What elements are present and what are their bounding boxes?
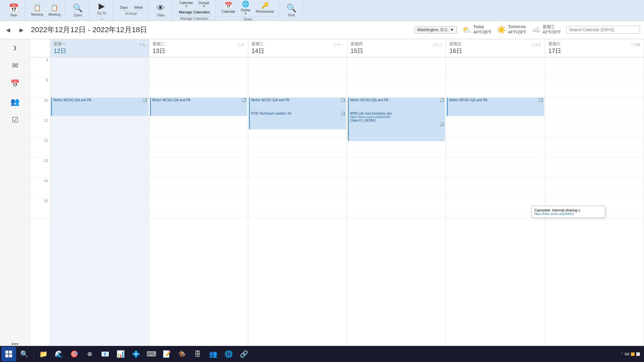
location-button[interactable]: Washington, D.C. ▼ [414,26,457,34]
groups-button[interactable]: Groups ▼ [197,0,212,8]
network-button[interactable]: 🔗 [236,347,251,361]
week-button[interactable]: Week [132,5,145,10]
nav-prev-button[interactable]: ◀ [4,26,12,34]
outlook-button[interactable]: 📧 [98,347,112,361]
meeting-icon: 📋 [34,4,41,11]
main-layout: ❯ ✉ 📅 👥 ☑ ••• 星期一 十九 12日 星期二 二十 [0,39,644,351]
file-explorer-button[interactable]: 📁 [36,347,51,361]
db-button[interactable]: 🗄 [190,347,205,361]
hour-13-mon [50,158,149,178]
find-icon: 🔍 [286,3,297,13]
day-col-thu: Melior WCAS iQA and PA 🔄 BPM Lite core f… [347,57,446,351]
zoom-button[interactable]: 🔍 Zoom [69,2,86,18]
canceled-tooltip: Canceled: Internal sharing c https://hsb… [531,206,605,218]
nav-next-button[interactable]: ▶ [17,26,25,34]
hour-15-mon [50,198,149,218]
browser-ext-button[interactable]: 🌊 [51,347,66,361]
day-headers: 星期一 十九 12日 星期二 二十 13日 星期三 二十一 14日 星期四 二十… [30,39,644,57]
calendar-dropdown-icon: ▼ [185,5,187,8]
manage-calendars-button[interactable]: Manage Calendars [176,9,213,15]
location-label: Washington, D.C. [417,27,449,32]
view-button[interactable]: 👁 View [152,2,169,18]
hour-12-fri [446,138,545,158]
melior-event-tue[interactable]: Melior WCAS iQA and PA 🔄 [150,98,247,116]
excel-button[interactable]: 📊 [113,347,128,361]
hour-12-wed [248,138,347,158]
tomorrow-temp: 44°F/29°F [508,30,526,35]
hour-14-sat [545,178,644,198]
hour-8-sat [545,57,644,77]
rider-button[interactable]: 🏇 [175,347,190,361]
dart-button[interactable]: 🎯 [67,347,82,361]
days-button[interactable]: Days [117,5,130,10]
sidebar-item-mail[interactable]: ✉ [5,57,25,74]
taskbar-up-arrow[interactable]: ⌃ [621,352,623,356]
ribbon-goto-group: ▶ Go To ⤢ [91,0,113,20]
goto-button[interactable]: ▶ Go To [93,0,110,16]
taskbar-network-icon: 📶 [631,352,635,356]
lunar-wed: 二十一 [333,43,343,47]
new-button[interactable]: 📅 New [5,2,22,18]
word-button[interactable]: 📝 [159,347,174,361]
hour-10-wed: Melior WCAS iQA and PA 🔄 POD Technical L… [248,98,347,118]
sidebar-item-tasks[interactable]: ☑ [5,112,25,128]
chrome-button[interactable]: ⊕ [82,347,97,361]
online-button[interactable]: 🌐 Online ▼ [239,0,253,16]
hour-11-fri [446,118,545,138]
goto-icon: ▶ [99,1,105,11]
left-sidebar: ❯ ✉ 📅 👥 ☑ ••• [0,39,30,351]
find-button[interactable]: 🔍 Find [283,2,300,18]
hour-12-sat [545,138,644,158]
permissions-button[interactable]: 🔑 Permissions [254,1,276,14]
calendar-ribbon-button[interactable]: Calendar ▼ [177,0,195,8]
view-label: View [157,13,164,17]
melior-event-mon[interactable]: Melior WCAS iQA and PA 🔄 [51,98,148,116]
day-num-thu: 15日 [351,47,442,55]
time-slot-9: 9 [30,77,50,98]
browser2-button[interactable]: 🌐 [221,347,236,361]
online-dropdown-icon: ▼ [244,12,247,15]
melior-event-fri[interactable]: Melior WCAS iQA and PA 🔄 [447,98,544,116]
permissions-icon: 🔑 [261,2,269,9]
svg-rect-1 [9,351,12,354]
taskbar-expand-icon[interactable]: ⬜ [636,352,640,356]
sidebar-item-calendar[interactable]: 📅 [5,75,25,92]
melior-label-tue: Melior WCAS iQA and PA [152,98,191,102]
time-slot-11: 11 [30,118,50,138]
new-meeting-button[interactable]: 📋 Meeting [29,3,45,17]
sidebar-collapse-button[interactable]: ❯ [10,43,20,53]
share-row1: 📅 Calendar 🌐 Online ▼ 🔑 Permissions [220,0,276,16]
canceled-label: Canceled: Internal sharing c [534,208,602,212]
search-input[interactable] [566,26,640,34]
view-icon: 👁 [157,3,165,13]
time-gutter: 8 9 10 11 12 13 14 15 [30,57,50,351]
sidebar-item-people[interactable]: 👥 [5,94,25,110]
hour-13-wed [248,158,347,178]
people-icon: 👥 [10,98,19,106]
meeting-button[interactable]: 📋 Meeting [47,3,63,17]
meeting-row: 📋 Meeting 📋 Meeting [29,3,62,17]
date-range: 2022年12月12日 - 2022年12月18日 [31,25,409,35]
hour-8-wed [248,57,347,77]
hour-10-thu: Melior WCAS iQA and PA 🔄 BPM Lite core f… [347,98,446,118]
teams-button[interactable]: 👥 [206,347,220,361]
weather-day3: ☁️ 星期三 42°F/33°F [532,24,561,35]
hour-12-thu [347,138,446,158]
start-button[interactable] [1,347,16,361]
calendar-share-button[interactable]: 📅 Calendar [220,1,237,14]
ribbon-view-group: 👁 View [150,0,172,20]
lunar-thu: 二十二 [432,43,442,47]
find-label: Find [288,13,294,17]
weather-tomorrow: ☀️ Tomorrow 44°F/29°F [497,24,526,35]
code-button[interactable]: ⌨ [144,347,159,361]
ribbon-new-group: 📅 New [3,0,25,20]
time-slot-14: 14 [30,178,50,198]
vs-button[interactable]: 💠 [128,347,143,361]
lunar-sat: 二十四 [630,43,640,47]
melior-icon-mon: 🔄 [143,98,147,102]
search-taskbar-button[interactable]: 🔍 [17,347,32,361]
days-label: Days [120,6,128,9]
bpm-label-thu: BPM Lite core functions wor [350,112,444,115]
online-label: Online [241,8,251,12]
hour-15-thu [347,198,446,218]
